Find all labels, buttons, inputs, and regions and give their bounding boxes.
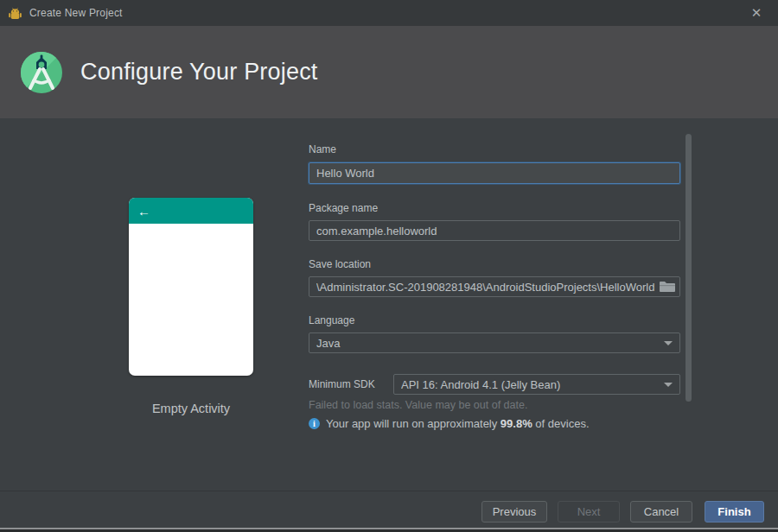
device-coverage-text: Your app will run on approximately 99.8%… xyxy=(326,417,590,430)
name-input[interactable] xyxy=(309,162,680,184)
save-location-input[interactable] xyxy=(309,276,680,297)
next-button[interactable]: Next xyxy=(558,501,620,522)
activity-preview-card: ← xyxy=(129,198,253,376)
package-name-label: Package name xyxy=(309,202,378,214)
minimum-sdk-value: API 16: Android 4.1 (Jelly Bean) xyxy=(401,378,659,391)
language-value: Java xyxy=(316,337,659,350)
vertical-scrollbar[interactable] xyxy=(686,134,692,402)
window-titlebar: Create New Project ✕ xyxy=(0,0,778,26)
info-icon: i xyxy=(309,418,320,429)
window-bottom-edge xyxy=(0,528,778,532)
preview-appbar: ← xyxy=(129,198,253,224)
activity-caption: Empty Activity xyxy=(129,402,253,415)
previous-button[interactable]: Previous xyxy=(481,501,547,522)
cancel-button[interactable]: Cancel xyxy=(630,501,692,522)
finish-button[interactable]: Finish xyxy=(705,501,764,522)
wizard-header: Configure Your Project xyxy=(0,26,778,118)
wizard-footer: Previous Next Cancel Finish xyxy=(0,491,778,528)
back-arrow-icon: ← xyxy=(137,204,150,218)
language-dropdown[interactable]: Java xyxy=(309,332,680,353)
android-studio-logo-icon xyxy=(21,52,62,93)
name-label: Name xyxy=(309,143,336,155)
device-coverage-row: i Your app will run on approximately 99.… xyxy=(309,417,590,430)
folder-browse-icon[interactable] xyxy=(660,281,675,292)
chevron-down-icon xyxy=(664,341,673,345)
language-label: Language xyxy=(309,314,354,326)
page-title: Configure Your Project xyxy=(80,59,318,86)
android-icon xyxy=(8,7,22,20)
stats-warning-text: Failed to load stats. Value may be out o… xyxy=(309,399,527,411)
device-coverage-percent: 99.8% xyxy=(501,417,532,430)
wizard-body: ← Empty Activity Name Package name Save … xyxy=(0,118,778,491)
chevron-down-icon xyxy=(664,383,673,387)
package-name-input[interactable] xyxy=(309,220,680,241)
create-new-project-dialog: Create New Project ✕ Configure Your Proj… xyxy=(0,0,778,532)
minimum-sdk-dropdown[interactable]: API 16: Android 4.1 (Jelly Bean) xyxy=(393,374,680,395)
minimum-sdk-label: Minimum SDK xyxy=(309,378,375,390)
window-title: Create New Project xyxy=(29,7,123,19)
save-location-label: Save location xyxy=(309,258,371,270)
close-icon[interactable]: ✕ xyxy=(743,0,769,26)
